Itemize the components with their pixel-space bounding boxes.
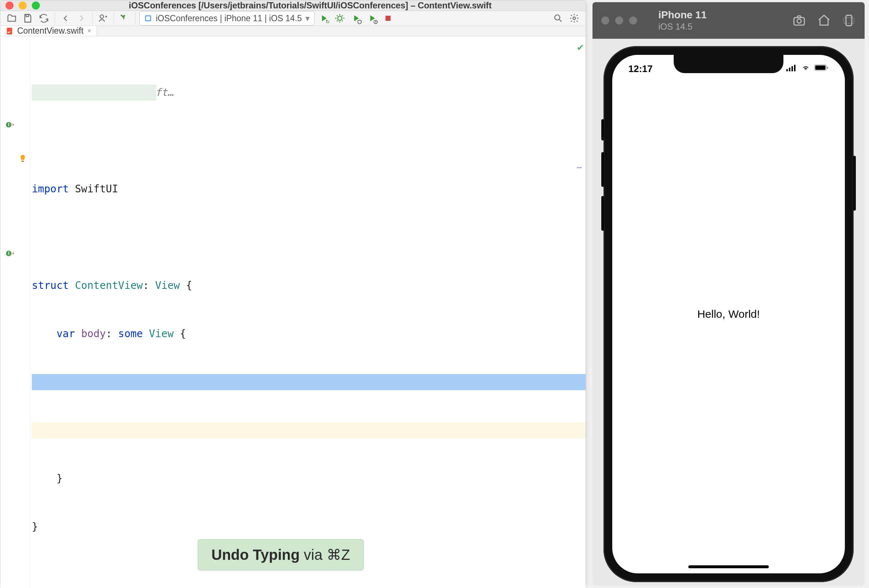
sim-zoom-button[interactable] bbox=[629, 16, 637, 25]
simulator-titlebar: iPhone 11 iOS 14.5 bbox=[593, 2, 865, 39]
app-content: Hello, World! bbox=[612, 55, 845, 573]
close-tab-icon[interactable]: × bbox=[87, 27, 92, 35]
svg-text:I: I bbox=[8, 122, 9, 127]
zoom-window-button[interactable] bbox=[32, 1, 40, 9]
svg-point-16 bbox=[797, 19, 801, 23]
mute-switch[interactable] bbox=[601, 119, 604, 141]
editor-right-gutter: ✔ bbox=[575, 36, 586, 55]
settings-icon[interactable] bbox=[567, 11, 581, 25]
traffic-lights bbox=[6, 1, 40, 9]
profile-icon[interactable] bbox=[365, 11, 379, 25]
run-config-label: iOSConferences | iPhone 11 | iOS 14.5 bbox=[156, 13, 302, 24]
simulator-toolbar-icons bbox=[792, 13, 856, 27]
simulator-title: iPhone 11 iOS 14.5 bbox=[658, 9, 707, 32]
search-icon[interactable] bbox=[551, 11, 565, 25]
add-config-icon[interactable] bbox=[96, 11, 110, 25]
window-title: iOSConferences [/Users/jetbrains/Tutoria… bbox=[40, 0, 580, 10]
stop-icon[interactable] bbox=[381, 11, 395, 25]
marker bbox=[577, 167, 582, 168]
simulator-device-label: iPhone 11 bbox=[658, 9, 707, 21]
close-window-button[interactable] bbox=[6, 1, 13, 9]
svg-rect-14 bbox=[22, 160, 24, 161]
tab-contentview[interactable]: ContentView.swift × bbox=[0, 26, 97, 36]
separator bbox=[55, 12, 55, 25]
toast-via: via bbox=[300, 547, 326, 563]
intention-bulb-icon[interactable] bbox=[18, 152, 29, 163]
titlebar: iOSConferences [/Users/jetbrains/Tutoria… bbox=[0, 0, 586, 11]
svg-point-1 bbox=[100, 15, 104, 18]
code-editor[interactable]: I I // ContentView.swift… import SwiftUI… bbox=[0, 36, 586, 588]
run-configuration-selector[interactable]: iOSConferences | iPhone 11 | iOS 14.5 ▾ bbox=[139, 11, 314, 25]
rotate-icon[interactable] bbox=[842, 13, 856, 27]
ios-simulator-window: iPhone 11 iOS 14.5 12:17 bbox=[593, 2, 865, 586]
sim-close-button[interactable] bbox=[601, 16, 609, 25]
simulator-traffic-lights bbox=[601, 16, 637, 25]
simulator-os-label: iOS 14.5 bbox=[658, 22, 707, 32]
app-target-icon bbox=[144, 14, 152, 22]
sync-icon[interactable] bbox=[37, 11, 51, 25]
swift-file-icon bbox=[6, 27, 13, 35]
build-icon[interactable] bbox=[118, 11, 132, 25]
hello-world-label: Hello, World! bbox=[697, 308, 760, 320]
svg-rect-3 bbox=[146, 16, 150, 21]
gutter: I I bbox=[0, 36, 30, 588]
svg-point-8 bbox=[573, 17, 576, 20]
separator bbox=[135, 12, 136, 25]
analysis-ok-icon[interactable]: ✔ bbox=[577, 39, 584, 55]
svg-text:I: I bbox=[8, 250, 9, 256]
phone-frame: 12:17 Hello, World! bbox=[604, 46, 854, 582]
minimize-window-button[interactable] bbox=[19, 1, 27, 9]
volume-down-button[interactable] bbox=[601, 196, 604, 231]
tab-label: ContentView.swift bbox=[17, 26, 83, 36]
screenshot-icon[interactable] bbox=[792, 13, 806, 27]
toast-action: Undo Typing bbox=[211, 547, 300, 563]
separator bbox=[114, 12, 114, 25]
home-icon[interactable] bbox=[817, 13, 831, 27]
back-icon[interactable] bbox=[58, 11, 73, 25]
svg-rect-17 bbox=[846, 15, 852, 26]
svg-rect-0 bbox=[26, 15, 28, 17]
coverage-icon[interactable] bbox=[349, 11, 363, 25]
svg-point-7 bbox=[555, 15, 560, 20]
svg-rect-9 bbox=[7, 27, 12, 34]
home-indicator[interactable] bbox=[688, 565, 769, 568]
editor-tabs: ContentView.swift × bbox=[0, 26, 586, 36]
separator bbox=[92, 12, 92, 25]
implements-gutter-icon[interactable]: I bbox=[5, 249, 14, 258]
debug-icon[interactable] bbox=[333, 11, 347, 25]
phone-wrapper: 12:17 Hello, World! bbox=[604, 46, 854, 582]
action-toast: Undo Typing via ⌘Z bbox=[198, 539, 363, 570]
ide-window: iOSConferences [/Users/jetbrains/Tutoria… bbox=[0, 0, 586, 585]
phone-screen[interactable]: 12:17 Hello, World! bbox=[612, 55, 845, 573]
svg-point-4 bbox=[338, 16, 343, 21]
forward-icon[interactable] bbox=[75, 11, 89, 25]
volume-up-button[interactable] bbox=[601, 152, 604, 187]
toast-shortcut: ⌘Z bbox=[326, 547, 350, 563]
main-toolbar: iOSConferences | iPhone 11 | iOS 14.5 ▾ … bbox=[0, 11, 586, 26]
run-icon[interactable]: ↻ bbox=[317, 11, 331, 25]
save-icon[interactable] bbox=[21, 11, 35, 25]
implements-gutter-icon[interactable]: I bbox=[5, 120, 14, 129]
sim-minimize-button[interactable] bbox=[615, 16, 623, 25]
side-button[interactable] bbox=[853, 156, 856, 210]
open-icon[interactable] bbox=[5, 11, 19, 25]
svg-rect-6 bbox=[386, 16, 391, 21]
code-content[interactable]: // ContentView.swift… import SwiftUI str… bbox=[30, 36, 586, 588]
chevron-down-icon: ▾ bbox=[305, 13, 310, 24]
svg-rect-18 bbox=[844, 18, 854, 24]
